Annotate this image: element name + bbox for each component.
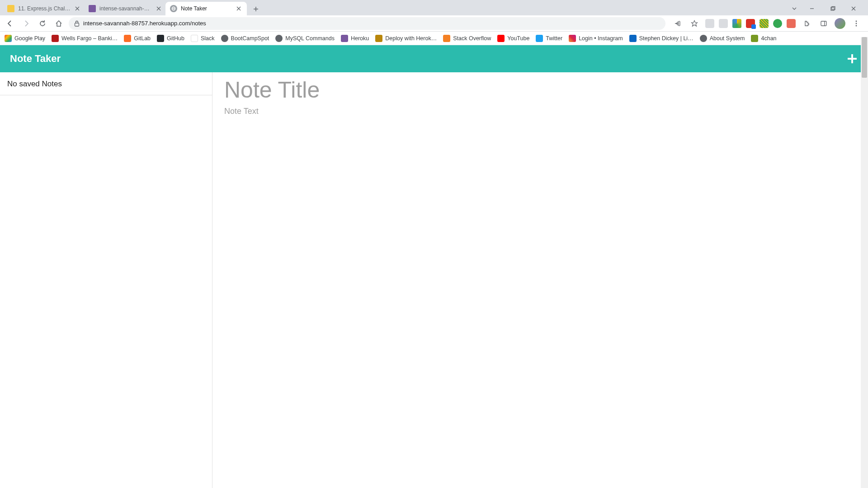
bookmark-favicon-icon: [375, 35, 382, 42]
back-button[interactable]: [4, 17, 16, 30]
new-note-button[interactable]: [846, 53, 858, 65]
extension-icon[interactable]: [773, 19, 782, 28]
svg-point-21: [856, 20, 857, 22]
star-icon[interactable]: [688, 17, 701, 30]
bookmark-label: Stack Overflow: [453, 35, 491, 42]
bookmark-label: GitLab: [134, 35, 151, 42]
bookmark-favicon-icon: [443, 35, 450, 42]
note-editor: [212, 72, 868, 488]
url-text: intense-savannah-88757.herokuapp.com/not…: [83, 20, 660, 27]
browser-chrome: 11. Express.js Challenge: Note Ta intens…: [0, 0, 868, 45]
reload-button[interactable]: [36, 17, 49, 30]
bookmark-favicon-icon: [5, 35, 12, 42]
bookmark-favicon-icon: [569, 35, 576, 42]
minimize-button[interactable]: [802, 2, 822, 15]
svg-rect-19: [821, 21, 826, 26]
close-window-button[interactable]: [844, 2, 863, 15]
tab-title: intense-savannah-88757 | Herok: [99, 5, 152, 12]
extension-icon[interactable]: [787, 19, 796, 28]
bookmark-label: GitHub: [167, 35, 184, 42]
profile-avatar[interactable]: [835, 18, 845, 29]
bookmark-item[interactable]: 4chan: [751, 35, 776, 42]
chevron-down-icon[interactable]: [788, 2, 801, 15]
svg-marker-18: [692, 20, 698, 26]
bookmark-label: MySQL Commands: [285, 35, 335, 42]
bookmark-item[interactable]: Login • Instagram: [569, 35, 623, 42]
bookmark-favicon-icon: [275, 35, 283, 42]
scrollbar-thumb[interactable]: [862, 37, 867, 78]
extensions-icon[interactable]: [800, 17, 813, 30]
bookmark-item[interactable]: About System: [700, 35, 745, 42]
bookmark-favicon-icon: [52, 35, 59, 42]
share-icon[interactable]: [671, 17, 684, 30]
extension-icon[interactable]: [705, 19, 714, 28]
svg-rect-17: [679, 21, 680, 26]
new-tab-button[interactable]: [250, 3, 262, 15]
bookmark-label: Twitter: [546, 35, 562, 42]
bookmark-item[interactable]: Heroku: [341, 35, 369, 42]
note-body-input[interactable]: [224, 103, 856, 445]
bookmark-item[interactable]: Twitter: [536, 35, 562, 42]
svg-rect-16: [75, 23, 79, 26]
vertical-scrollbar[interactable]: [861, 37, 868, 488]
bookmark-favicon-icon: [700, 35, 707, 42]
browser-tab[interactable]: intense-savannah-88757 | Herok: [84, 2, 165, 15]
bookmark-favicon-icon: [497, 35, 505, 42]
lock-icon: [74, 20, 80, 27]
extension-icon[interactable]: [746, 19, 755, 28]
bookmark-label: Wells Fargo – Banki…: [61, 35, 118, 42]
extension-icon[interactable]: [719, 19, 728, 28]
favicon-icon: [7, 5, 14, 12]
sidebar-empty-state: No saved Notes: [0, 72, 212, 95]
bookmark-label: Google Play: [14, 35, 45, 42]
bookmark-label: Deploy with Herok…: [385, 35, 437, 42]
bookmark-label: Slack: [201, 35, 215, 42]
note-taker-app: Note Taker No saved Notes: [0, 45, 868, 488]
note-title-input[interactable]: [224, 74, 856, 103]
svg-point-23: [856, 25, 857, 26]
bookmark-label: Stephen Dickey | Li…: [639, 35, 693, 42]
bookmark-item[interactable]: GitLab: [124, 35, 151, 42]
close-icon[interactable]: [235, 5, 242, 12]
bookmark-favicon-icon: [536, 35, 543, 42]
bookmark-item[interactable]: BootCampSpot: [221, 35, 269, 42]
favicon-icon: [89, 5, 96, 12]
tab-title: 11. Express.js Challenge: Note Ta: [18, 5, 71, 12]
bookmark-item[interactable]: Deploy with Herok…: [375, 35, 437, 42]
home-button[interactable]: [52, 17, 65, 30]
bookmark-item[interactable]: Slack: [191, 35, 215, 42]
bookmark-label: YouTube: [507, 35, 529, 42]
bookmark-label: 4chan: [761, 35, 776, 42]
forward-button[interactable]: [20, 17, 33, 30]
drive-icon[interactable]: [732, 19, 741, 28]
bookmark-item[interactable]: Google Play: [5, 35, 45, 42]
bookmark-item[interactable]: GitHub: [157, 35, 184, 42]
side-panel-icon[interactable]: [817, 17, 830, 30]
kebab-menu-icon[interactable]: [850, 17, 863, 30]
bookmark-item[interactable]: MySQL Commands: [275, 35, 335, 42]
tab-title: Note Taker: [181, 5, 231, 12]
browser-tab[interactable]: 11. Express.js Challenge: Note Ta: [3, 2, 84, 15]
address-bar: intense-savannah-88757.herokuapp.com/not…: [0, 15, 868, 32]
bookmark-item[interactable]: YouTube: [497, 35, 529, 42]
bookmarks-bar: Google Play Wells Fargo – Banki… GitLab …: [0, 32, 868, 45]
bookmark-favicon-icon: [751, 35, 758, 42]
extension-icon[interactable]: [760, 19, 769, 28]
browser-tab[interactable]: Note Taker: [165, 2, 247, 15]
bookmark-favicon-icon: [191, 35, 198, 42]
close-icon[interactable]: [75, 5, 80, 12]
window-controls: [788, 2, 865, 15]
bookmark-favicon-icon: [341, 35, 348, 42]
close-icon[interactable]: [156, 5, 161, 12]
bookmark-item[interactable]: Stephen Dickey | Li…: [629, 35, 693, 42]
bookmark-item[interactable]: Wells Fargo – Banki…: [52, 35, 118, 42]
url-field[interactable]: intense-savannah-88757.herokuapp.com/not…: [69, 17, 665, 30]
bookmark-favicon-icon: [221, 35, 228, 42]
bookmark-label: BootCampSpot: [231, 35, 269, 42]
bookmark-favicon-icon: [124, 35, 131, 42]
bookmark-item[interactable]: Stack Overflow: [443, 35, 491, 42]
notes-sidebar: No saved Notes: [0, 72, 212, 488]
address-bar-actions: [669, 17, 864, 30]
maximize-button[interactable]: [823, 2, 843, 15]
svg-point-22: [856, 23, 857, 24]
